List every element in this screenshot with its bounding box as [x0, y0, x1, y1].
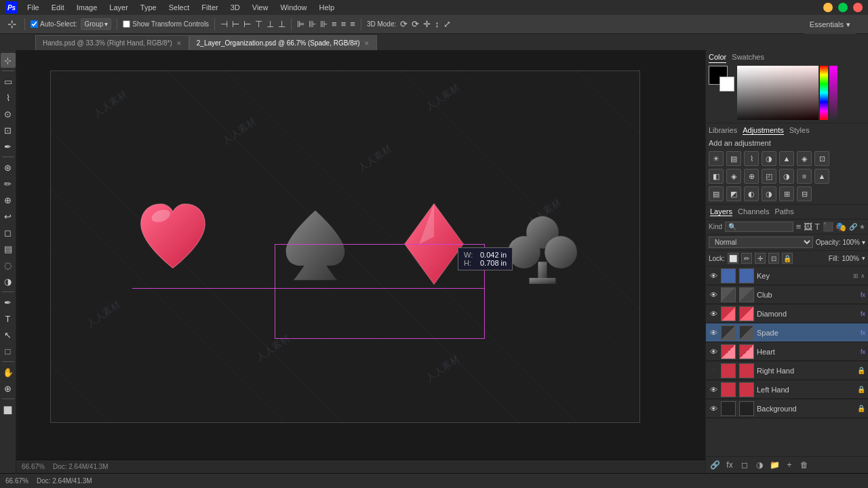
colorlookup-adj-icon[interactable]: ◰: [762, 169, 776, 184]
tab-layer-org-close[interactable]: ✕: [364, 40, 370, 47]
layer-visibility-spade[interactable]: 👁: [709, 328, 718, 338]
layer-folder-button[interactable]: 📁: [768, 459, 781, 471]
gradient-map-adj-icon[interactable]: ▤: [709, 186, 724, 201]
healing-tool[interactable]: ⊛: [1, 160, 16, 175]
opacity-value[interactable]: 100%: [842, 239, 860, 246]
layer-row-righthand[interactable]: 👁 Right Hand 🔒: [706, 361, 868, 380]
lock-image-btn[interactable]: ✏: [741, 253, 752, 264]
menu-select[interactable]: Select: [163, 2, 195, 13]
lock-all-btn[interactable]: 🔒: [782, 253, 793, 264]
show-transform-checkbox[interactable]: Show Transform Controls: [123, 20, 209, 28]
auto-select-checkbox[interactable]: Auto-Select:: [31, 20, 77, 28]
align-bottom-button[interactable]: ⊥: [278, 19, 285, 29]
align-top-button[interactable]: ⊤: [255, 19, 262, 29]
layer-mask-button[interactable]: ◻: [738, 459, 751, 471]
color-gradient[interactable]: [737, 66, 818, 120]
blur-tool[interactable]: ◌: [1, 258, 16, 272]
channelmix-adj-icon[interactable]: ⊕: [744, 169, 759, 184]
3d-scale-button[interactable]: ⤢: [443, 19, 451, 29]
layer-row-background[interactable]: 👁 Background 🔒: [706, 399, 868, 418]
layer-adjustment-button[interactable]: ◑: [753, 459, 766, 471]
layers-filter-input[interactable]: 🔍: [725, 222, 793, 232]
layer-visibility-diamond[interactable]: 👁: [709, 309, 718, 319]
layer-visibility-righthand[interactable]: 👁: [709, 366, 718, 375]
maximize-button[interactable]: [838, 3, 848, 12]
marquee-tool[interactable]: ▭: [1, 74, 16, 89]
layer-row-spade[interactable]: 👁 Spade fx: [706, 323, 868, 342]
lock-artboard-btn[interactable]: ⊡: [768, 253, 779, 264]
close-button[interactable]: [853, 3, 863, 12]
swatches-tab[interactable]: Swatches: [732, 53, 764, 63]
align-middle-h-button[interactable]: ⊥: [267, 19, 274, 29]
variations-adj-icon[interactable]: ⊟: [797, 186, 812, 201]
menu-filter[interactable]: Filter: [196, 2, 223, 13]
hdr-adj-icon[interactable]: ◑: [762, 186, 776, 201]
lasso-tool[interactable]: ⌇: [1, 90, 16, 105]
layers-search-icons[interactable]: ≡ 🖼 T ⬛ 🎭: [796, 222, 847, 232]
dist-center-v-button[interactable]: ⊪: [309, 19, 316, 29]
selective-color-adj-icon[interactable]: ◩: [726, 186, 741, 201]
layer-row-diamond[interactable]: 👁 Diamond fx: [706, 304, 868, 323]
invert-adj-icon[interactable]: ◑: [779, 169, 794, 184]
menu-window[interactable]: Window: [275, 2, 312, 13]
color-tab[interactable]: Color: [709, 53, 726, 63]
curves-adj-icon[interactable]: ⌇: [744, 151, 759, 166]
menu-layer[interactable]: Layer: [104, 2, 134, 13]
fill-value[interactable]: 100%: [842, 255, 859, 262]
zoom-tool[interactable]: ⊕: [1, 381, 16, 396]
eraser-tool[interactable]: ◻: [1, 225, 16, 240]
layer-visibility-key[interactable]: 👁: [709, 271, 718, 281]
show-transform-input[interactable]: [123, 20, 130, 28]
layer-link-button[interactable]: 🔗: [709, 459, 721, 471]
menu-edit[interactable]: Edit: [46, 2, 70, 13]
pen-tool[interactable]: ✒: [1, 295, 16, 310]
levels-adj-icon[interactable]: ▤: [726, 151, 741, 166]
exposure-adj-icon[interactable]: ◑: [762, 151, 776, 166]
hue-slider[interactable]: [820, 66, 828, 120]
layer-row-club[interactable]: 👁 Club fx: [706, 285, 868, 304]
dist-right-button[interactable]: ⊪: [320, 19, 328, 29]
hsl-adj-icon[interactable]: ◈: [797, 151, 812, 166]
gradient-tool[interactable]: ▤: [1, 241, 16, 256]
menu-image[interactable]: Image: [71, 2, 103, 13]
adjustments-tab[interactable]: Adjustments: [743, 126, 784, 135]
auto-select-dropdown[interactable]: Group ▾: [81, 18, 111, 30]
tab-hands[interactable]: Hands.psd @ 33.3% (Right Hand, RGB/8*) ✕: [35, 35, 189, 50]
dist-bottom-button[interactable]: ≡: [350, 19, 355, 29]
path-select-tool[interactable]: ↖: [1, 327, 16, 342]
align-right-button[interactable]: ⊢: [243, 19, 251, 29]
layer-new-button[interactable]: +: [783, 459, 795, 471]
shape-tool[interactable]: □: [1, 344, 16, 359]
desat-adj-icon[interactable]: ⊞: [779, 186, 794, 201]
blend-mode-dropdown[interactable]: Normal: [709, 237, 813, 248]
channels-tab[interactable]: Channels: [738, 207, 769, 216]
3d-orbit-button[interactable]: ⟳: [400, 19, 408, 29]
align-center-v-button[interactable]: ⊢: [232, 19, 239, 29]
dist-top-button[interactable]: ≡: [332, 19, 337, 29]
menu-type[interactable]: Type: [135, 2, 162, 13]
libraries-tab[interactable]: Libraries: [709, 126, 737, 135]
brightness-adj-icon[interactable]: ☀: [709, 151, 724, 166]
3d-roll-button[interactable]: ⟳: [412, 19, 419, 29]
background-swatch[interactable]: [719, 77, 734, 92]
history-brush[interactable]: ↩: [1, 209, 16, 224]
brush-tool[interactable]: ✏: [1, 176, 16, 191]
align-left-button[interactable]: ⊣: [220, 19, 228, 29]
dodge-tool[interactable]: ◑: [1, 274, 16, 289]
layers-tab[interactable]: Layers: [710, 207, 732, 216]
minimize-button[interactable]: [823, 3, 833, 12]
move-tool[interactable]: ⊹: [1, 53, 16, 68]
dist-left-button[interactable]: ⊫: [297, 19, 304, 29]
3d-pan-button[interactable]: ✛: [423, 19, 431, 29]
menu-help[interactable]: Help: [314, 2, 340, 13]
crop-tool[interactable]: ⊡: [1, 123, 16, 138]
menu-3d[interactable]: 3D: [225, 2, 245, 13]
shadows-adj-icon[interactable]: ◐: [744, 186, 759, 201]
menu-view[interactable]: View: [247, 2, 274, 13]
vibrance-adj-icon[interactable]: ▲: [779, 151, 794, 166]
threshold-adj-icon[interactable]: ▲: [814, 169, 829, 184]
quick-select-tool[interactable]: ⊙: [1, 106, 16, 121]
styles-tab[interactable]: Styles: [789, 126, 810, 135]
layer-visibility-lefthand[interactable]: 👁: [709, 385, 718, 394]
photofilt-adj-icon[interactable]: ◈: [726, 169, 741, 184]
